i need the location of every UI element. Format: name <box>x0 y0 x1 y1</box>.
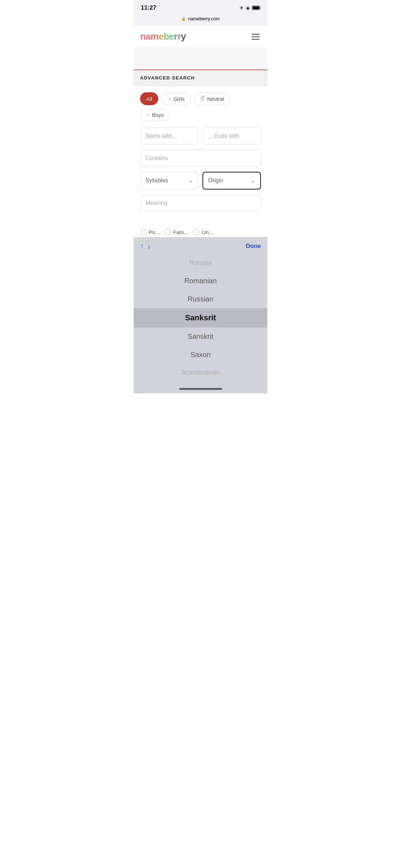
filter-section: All ♀ Girls ⚥ Neutral ♂ Boys Syllables ⌄ <box>134 86 267 223</box>
meaning-input[interactable] <box>140 195 261 212</box>
browser-bar: nameberry.com <box>134 14 267 25</box>
site-header: nameberry <box>134 25 267 48</box>
syllables-dropdown[interactable]: Syllables ⌄ <box>140 172 198 190</box>
picker-item-russian[interactable]: Russian <box>134 290 267 308</box>
picker-list: Romani Romanian Russian Sanksrit Sanskri… <box>134 254 267 381</box>
airplane-icon <box>240 5 244 11</box>
picker-item-saxon[interactable]: Saxon <box>134 346 267 364</box>
starts-with-input[interactable] <box>140 128 199 145</box>
origin-label: Origin <box>208 177 223 184</box>
radio-option-popular: Po... <box>140 227 160 237</box>
gender-button-boys[interactable]: ♂ Boys <box>140 109 170 121</box>
picker-item-romanian[interactable]: Romanian <box>134 272 267 290</box>
home-bar <box>179 388 222 390</box>
radio-option-unusual: Un... <box>193 227 213 237</box>
status-icons <box>240 5 260 11</box>
starts-with-field <box>140 128 199 145</box>
radio-circle-unusual <box>193 229 200 235</box>
partial-radio-options: Po... Fam... Un... <box>134 223 267 237</box>
neutral-symbol: ⚥ <box>200 95 205 102</box>
gender-button-neutral[interactable]: ⚥ Neutral <box>194 92 230 105</box>
nav-down-button[interactable]: ↓ <box>147 242 151 250</box>
lock-icon <box>181 16 186 21</box>
gender-boys-label: Boys <box>152 112 164 118</box>
radio-option-familiar: Fam... <box>165 227 189 237</box>
nav-up-button[interactable]: ↑ <box>140 242 144 250</box>
syllables-chevron-icon: ⌄ <box>189 178 193 184</box>
boys-symbol: ♂ <box>146 112 150 118</box>
keyboard-toolbar: ↑ ↓ Done <box>134 237 267 254</box>
advanced-search-title: ADVANCED SEARCH <box>140 75 261 81</box>
status-time: 11:27 <box>141 4 156 11</box>
gender-filter: All ♀ Girls ⚥ Neutral ♂ Boys <box>140 92 261 121</box>
origin-dropdown[interactable]: Origin ⌄ <box>202 172 261 190</box>
picker-item-sanskrit[interactable]: Sanskrit <box>134 327 267 346</box>
status-bar: 11:27 <box>134 0 267 14</box>
gender-neutral-label: Neutral <box>207 96 224 102</box>
battery-icon <box>252 6 260 10</box>
gender-button-all[interactable]: All <box>140 92 158 105</box>
browser-url: nameberry.com <box>188 16 220 21</box>
radio-unusual-label: Un... <box>202 229 213 235</box>
hamburger-menu[interactable] <box>250 32 261 41</box>
picker-area: Romani Romanian Russian Sanksrit Sanskri… <box>134 254 267 381</box>
nav-arrows: ↑ ↓ <box>140 242 151 250</box>
picker-item-sanksrit[interactable]: Sanksrit <box>134 308 267 327</box>
ends-with-input[interactable] <box>203 128 261 145</box>
origin-chevron-icon: ⌄ <box>251 178 255 184</box>
picker-item-romani[interactable]: Romani <box>134 254 267 272</box>
syllables-origin-row: Syllables ⌄ Origin ⌄ <box>140 172 261 190</box>
wifi-icon <box>246 5 250 11</box>
gender-all-label: All <box>146 96 152 102</box>
done-button[interactable]: Done <box>246 243 261 250</box>
starts-ends-row <box>140 128 261 145</box>
gender-button-girls[interactable]: ♀ Girls <box>162 92 191 105</box>
contains-input[interactable] <box>140 150 261 167</box>
girls-symbol: ♀ <box>168 96 172 102</box>
advanced-search-header: ADVANCED SEARCH <box>134 69 267 86</box>
picker-item-scandinavian[interactable]: Scandinavian <box>134 364 267 381</box>
site-logo[interactable]: nameberry <box>140 31 186 42</box>
syllables-label: Syllables <box>145 177 168 184</box>
gender-girls-label: Girls <box>174 96 185 102</box>
radio-familiar-label: Fam... <box>173 229 189 235</box>
ends-with-field <box>203 128 261 145</box>
ad-banner <box>134 48 267 69</box>
radio-circle-popular <box>140 229 146 235</box>
radio-circle-familiar <box>165 229 171 235</box>
home-indicator <box>134 381 267 393</box>
radio-popular-label: Po... <box>149 229 160 235</box>
